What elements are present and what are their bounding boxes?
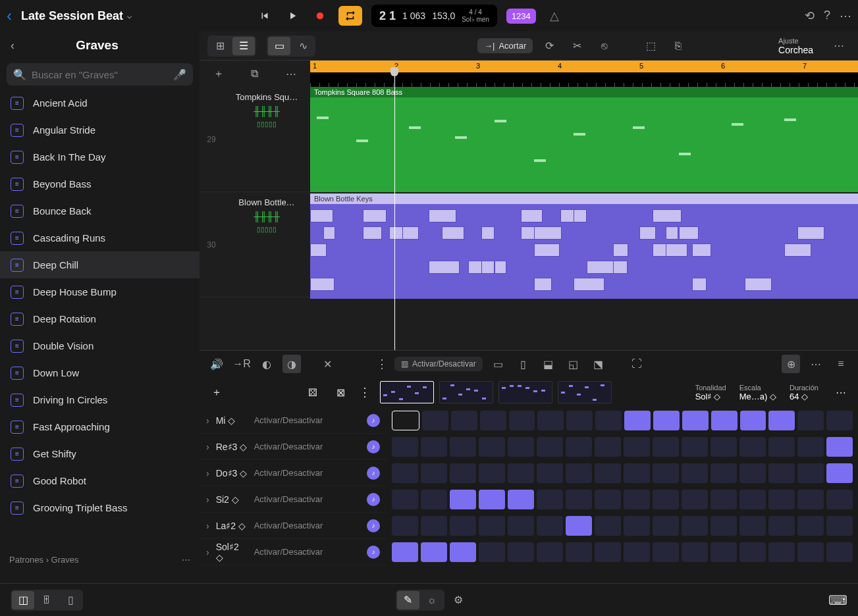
step-cell[interactable]: [479, 437, 505, 457]
lcd-display[interactable]: 2 1 1 063 153,0 4 / 4 Sol♭ men: [371, 5, 497, 27]
step-cell[interactable]: [537, 463, 563, 483]
step-cell[interactable]: [479, 490, 505, 509]
scissors-button[interactable]: ✂: [566, 37, 588, 55]
step-cell[interactable]: [566, 490, 592, 509]
add-pattern-button[interactable]: ＋: [207, 383, 226, 401]
chevron-right-icon[interactable]: ›: [206, 521, 209, 531]
step-cell[interactable]: [392, 437, 418, 457]
step-cell[interactable]: [392, 411, 419, 430]
step-cell[interactable]: [826, 516, 853, 536]
note-dot-icon[interactable]: ♪: [367, 546, 380, 559]
note-dot-icon[interactable]: ♪: [367, 519, 380, 532]
sidebar-item[interactable]: ≡Ancient Acid: [0, 90, 200, 116]
note-dot-icon[interactable]: ♪: [367, 493, 380, 506]
undo-button[interactable]: ⟲: [805, 9, 815, 23]
step-cell[interactable]: [392, 490, 418, 509]
step-cell[interactable]: [566, 411, 593, 430]
search-input[interactable]: [32, 69, 168, 80]
search-field[interactable]: 🔍 🎤: [7, 63, 193, 86]
step-cell[interactable]: [392, 463, 418, 483]
step-cell[interactable]: [797, 490, 824, 509]
sidebar-item[interactable]: ≡Down Low: [0, 359, 200, 386]
sidebar-item[interactable]: ≡Grooving Triplet Bass: [0, 494, 200, 521]
playhead[interactable]: [394, 72, 395, 350]
step-row-header[interactable]: ›La♯2 ◇Activar/Desactivar♪: [200, 513, 387, 539]
step-cell[interactable]: [740, 411, 766, 430]
split-button[interactable]: ⎋: [593, 37, 616, 55]
step-cell[interactable]: [711, 463, 737, 483]
cycle-button[interactable]: [338, 6, 362, 26]
step-cell[interactable]: [711, 437, 737, 457]
sidebar-item[interactable]: ≡Beyond Bass: [0, 170, 200, 197]
trim-button[interactable]: →| Acortar: [477, 38, 533, 53]
sampler-button[interactable]: ▯: [59, 591, 82, 609]
step-cell[interactable]: [624, 463, 650, 483]
step-cell[interactable]: [682, 490, 708, 509]
note-dot-icon[interactable]: ♪: [367, 440, 380, 453]
pattern-thumb[interactable]: [558, 381, 612, 403]
metronome-button[interactable]: △: [545, 7, 564, 25]
pattern-thumb[interactable]: [380, 381, 434, 403]
step-row-header[interactable]: ›Si2 ◇Activar/Desactivar♪: [200, 486, 387, 513]
step-cell[interactable]: [739, 463, 766, 483]
chevron-right-icon[interactable]: ›: [206, 494, 209, 505]
step-cell[interactable]: [826, 490, 853, 509]
step-cell[interactable]: [537, 490, 563, 509]
step-cell[interactable]: [624, 516, 650, 536]
step-cell[interactable]: [421, 490, 447, 509]
step-cell[interactable]: [450, 516, 476, 536]
step-cell[interactable]: [653, 437, 679, 457]
quantize-icon[interactable]: ✕: [318, 355, 336, 373]
escala-param[interactable]: Escala Me…a) ◇: [739, 384, 776, 401]
step-cell[interactable]: [479, 463, 505, 483]
step-cell[interactable]: [797, 542, 824, 562]
sidebar-list[interactable]: ≡Ancient Acid≡Angular Stride≡Back In The…: [0, 90, 200, 548]
step-cell[interactable]: [739, 516, 766, 536]
midi-in-icon[interactable]: ◑: [282, 355, 301, 373]
toolbar-more-button[interactable]: ⋯: [828, 37, 850, 55]
step-cell[interactable]: [797, 437, 824, 457]
step-cell[interactable]: [537, 411, 564, 430]
brush-tool-button[interactable]: ☼: [421, 591, 443, 609]
step-cell[interactable]: [797, 463, 824, 483]
step-cell[interactable]: [508, 542, 534, 562]
step-row-header[interactable]: ›Do♯3 ◇Activar/Desactivar♪: [200, 460, 387, 486]
view5-icon[interactable]: ⬔: [589, 355, 608, 373]
pencil-tool-button[interactable]: ✎: [397, 591, 419, 609]
duplicate-track-button[interactable]: ⧉: [251, 68, 258, 80]
step-row-header[interactable]: ›Re♯3 ◇Activar/Desactivar♪: [200, 434, 387, 460]
pattern-thumb[interactable]: [498, 381, 552, 403]
step-cell[interactable]: [682, 516, 708, 536]
settings-icon[interactable]: ⚙: [454, 594, 463, 606]
sidebar-item[interactable]: ≡Angular Stride: [0, 116, 200, 143]
step-cell[interactable]: [421, 542, 447, 562]
drag-handle-icon[interactable]: ≡: [832, 355, 850, 373]
step-cell[interactable]: [537, 437, 563, 457]
sidebar-item[interactable]: ≡Back In The Day: [0, 143, 200, 170]
step-cell[interactable]: [595, 490, 621, 509]
step-cell[interactable]: [537, 542, 563, 562]
step-cell[interactable]: [682, 463, 708, 483]
step-cell[interactable]: [508, 463, 534, 483]
step-cell[interactable]: [711, 542, 737, 562]
step-cell[interactable]: [739, 542, 766, 562]
step-row-header[interactable]: ›Sol♯2 ◇Activar/Desactivar♪: [200, 539, 387, 565]
step-cell[interactable]: [566, 463, 592, 483]
step-cell[interactable]: [624, 437, 650, 457]
go-to-start-button[interactable]: [255, 7, 274, 25]
params-more-button[interactable]: ⋯: [832, 383, 850, 401]
keyboard-icon[interactable]: ⌨: [828, 593, 847, 607]
sidebar-item[interactable]: ≡Bounce Back: [0, 197, 200, 224]
step-cell[interactable]: [826, 437, 853, 457]
add-track-button[interactable]: ＋: [213, 67, 224, 81]
sidebar-item[interactable]: ≡Deep Chill: [0, 251, 200, 278]
step-cell[interactable]: [624, 411, 651, 430]
step-cell[interactable]: [421, 463, 447, 483]
record-button[interactable]: [311, 7, 329, 25]
step-cell[interactable]: [422, 411, 448, 430]
browser-button[interactable]: ◫: [12, 591, 34, 609]
step-cell[interactable]: [739, 437, 766, 457]
step-cell[interactable]: [682, 437, 708, 457]
timeline[interactable]: 1234567 Tompkins Square 808 Bass Blown B…: [310, 61, 858, 350]
step-cell[interactable]: [711, 411, 737, 430]
